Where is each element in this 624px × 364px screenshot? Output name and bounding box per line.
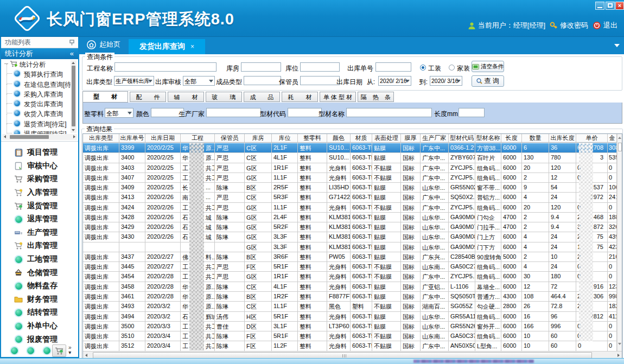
material-tab[interactable]: 隔 热 条 [358, 92, 394, 102]
table-row[interactable]: 调拨出库34302020/2/26石城陈琳G区3L3F整料KLM38176063… [83, 232, 617, 242]
sidebar-item[interactable]: 退库管理 [1, 213, 78, 226]
table-row[interactable]: 调拨出库34132020/2/26南...严思C区5R3F整料G71422606… [83, 193, 617, 202]
table-row[interactable]: 调拨出库34072020/2/25工共工程严思G区1L1F整料光身料6063-T… [83, 173, 617, 183]
product-type-input[interactable] [244, 76, 281, 85]
tree-item[interactable]: 预算执行查询 [1, 69, 78, 79]
table-row[interactable]: 调拨出库34032020/2/25工共工程严思G区1R1F整料光身料6063-T… [83, 163, 617, 173]
sidebar-item[interactable]: 入库管理 [1, 186, 78, 200]
table-row[interactable]: 调拨出库33992020/2/25华原...严思C区2L1F整料SU10...6… [83, 143, 617, 153]
tree-item[interactable]: 在途信息查询[待 [1, 79, 78, 89]
table-row[interactable]: 调拨出库34092020/2/25长...陈琳B区2R5F整料LI35HD606… [83, 183, 617, 193]
sidebar-item[interactable]: 退货管理 [1, 199, 78, 213]
table-row[interactable]: 调拨出库34372020/2/27佛料...陈琳B区3R6F整料PW056063… [83, 252, 617, 262]
radio-jiazhuang[interactable] [449, 65, 455, 71]
tablist-dropdown-icon[interactable] [614, 44, 620, 47]
code-input[interactable] [288, 108, 322, 117]
sidebar-item[interactable]: 仓储管理 [1, 266, 78, 279]
table-row[interactable]: G区3L3F整料KLM38176063-T5贴膜国标山东华...GA90M09.… [83, 242, 617, 252]
sidebar-item[interactable]: 工地管理 [1, 253, 78, 266]
maximize-button[interactable] [606, 2, 615, 10]
tree-root[interactable]: 统计分析 [1, 59, 78, 69]
dot-icon[interactable] [11, 347, 18, 354]
project-name-input[interactable] [114, 62, 217, 72]
tab-home[interactable]: 起始页 [87, 40, 120, 49]
material-tab[interactable]: 辅 材 [168, 92, 204, 102]
column-header[interactable]: 库房 [245, 134, 272, 142]
column-header[interactable]: 出库长度 [549, 134, 576, 142]
search-button[interactable]: 查 询 [472, 75, 504, 87]
column-header[interactable]: 型材代码 [449, 134, 475, 142]
material-tab[interactable]: 耗 材 [282, 92, 318, 102]
table-row[interactable]: 调拨出库34932020/3/2华原...陈琳C区1L1F整料黑色塑料不贴膜国标… [83, 302, 617, 311]
table-row[interactable]: 调拨出库34292020/2/26石城陈琳G区5R2F整料KLM38176063… [83, 222, 617, 232]
column-header[interactable]: 长度 [501, 134, 522, 142]
column-header[interactable]: 型材名称 [475, 134, 501, 142]
column-header[interactable]: 库位 [272, 134, 298, 142]
column-header[interactable]: 单价 [576, 134, 608, 142]
sidebar-item[interactable]: 财务管理 [1, 293, 78, 306]
clear-conditions-button[interactable]: 清空条件 [472, 61, 504, 72]
order-no-input[interactable] [375, 62, 411, 72]
column-header[interactable]: 生产厂家 [421, 134, 449, 142]
out-type-select[interactable]: 生产领料出库 [114, 76, 154, 86]
column-header[interactable]: 出库单号 [119, 134, 145, 142]
table-vertical-scrollbar[interactable] [617, 134, 622, 351]
sidebar-item[interactable]: 项目管理 [1, 146, 78, 159]
table-row[interactable]: 调拨出库34002020/2/25华原...严思C区4L1F整料SU10...6… [83, 153, 617, 163]
whole-select[interactable]: 全部 [105, 108, 133, 118]
dot-icon[interactable] [27, 347, 34, 354]
column-header[interactable]: 颜色 [327, 134, 351, 142]
table-row[interactable]: 调拨出库34582020/2/28华原...陈琳C区4L1F整料光身料6063-… [83, 282, 617, 292]
tree-item[interactable]: 收货入库查询 [1, 108, 78, 118]
change-password-button[interactable]: 修改密码 [550, 21, 588, 30]
keeper-input[interactable] [300, 76, 340, 85]
length-input[interactable] [459, 108, 485, 117]
column-header[interactable]: 出库类型 [83, 134, 119, 142]
table-row[interactable]: 调拨出库34452020/2/27工共工程严思F区5R1F整料光身料6063-T… [83, 262, 617, 272]
sidebar-item[interactable]: 生产管理 [1, 226, 78, 240]
pin-icon[interactable] [69, 40, 74, 46]
table-row[interactable]: 调拨出库34942020/3/2石辉城汤伟H区5R1F整料光身料6063-T5贴… [83, 312, 617, 322]
audit-select[interactable]: 全部 [183, 76, 215, 86]
sidebar-item[interactable]: 补单中心 [1, 320, 78, 333]
sidebar-item[interactable]: 出库管理 [1, 239, 78, 253]
tree-horizontal-scrollbar[interactable] [2, 134, 77, 140]
material-tab[interactable]: 单 体 型 材 [320, 92, 356, 102]
logout-button[interactable]: 退出 [593, 21, 617, 30]
material-tab[interactable]: 型 材 [82, 91, 128, 103]
overflow-chevron[interactable]: »▾ [68, 345, 72, 355]
date-to-select[interactable]: 2020/ 3/16 [430, 76, 462, 86]
column-header[interactable]: 数量 [522, 134, 549, 142]
column-header[interactable]: 材质 [351, 134, 372, 142]
tree-item[interactable]: 退货查询[待定] [1, 119, 78, 129]
cart-button[interactable] [52, 344, 66, 357]
date-from-select[interactable]: 2020/ 2/16 [378, 76, 411, 86]
tree-vertical-scrollbar[interactable] [71, 60, 77, 133]
column-header[interactable]: 工程 [181, 134, 215, 142]
tree-item[interactable]: 采购入库查询 [1, 89, 78, 99]
sidebar-item[interactable]: 结转管理 [1, 306, 78, 320]
table-row[interactable]: 调拨出库35002020/3/3工共工程曹佳D区3L1F整料LT3P606063… [83, 322, 617, 331]
material-tab[interactable]: 成 品 [244, 92, 280, 102]
table-row[interactable]: 调拨出库34612020/2/28华原...陈琳B区1R2F整料F8877FT6… [83, 292, 617, 302]
sidebar-section-header[interactable]: 统计分析 « [1, 48, 78, 59]
table-row[interactable]: 调拨出库34282020/2/26石城陈琳G区2L4F整料KLM38176063… [83, 213, 617, 222]
sidebar-item[interactable]: 采购管理 [1, 173, 78, 186]
maker-input[interactable] [206, 108, 261, 117]
radio-gongzhuang[interactable] [420, 65, 426, 71]
table-row[interactable]: 调拨出库34242020/2/26工共工程严思G区1L1F整料光身料6063-T… [83, 203, 617, 213]
table-row[interactable]: 调拨出库35122020/3/4工共工程陈琳F区1L2F整料光身料6063-T5… [83, 341, 617, 351]
column-header[interactable]: 表面处理 [372, 134, 401, 142]
column-header[interactable]: 出库日期 [145, 134, 181, 142]
tab-active[interactable]: 发货出库查询× [129, 39, 205, 54]
column-header[interactable]: 膜厚 [401, 134, 421, 142]
column-header[interactable]: 金 [608, 134, 617, 142]
sidebar-item[interactable]: 报废管理 [1, 333, 78, 346]
material-tab[interactable]: 玻 璃 [206, 92, 242, 102]
sidebar-item[interactable]: 审核中心 [1, 159, 78, 173]
material-tab[interactable]: 配 件 [130, 92, 166, 102]
sidebar-item[interactable]: 物料盘存 [1, 279, 78, 293]
tree-item[interactable]: 发货出库查询 [1, 99, 78, 108]
name-input[interactable] [346, 108, 432, 117]
tab-close-icon[interactable]: × [190, 43, 194, 50]
